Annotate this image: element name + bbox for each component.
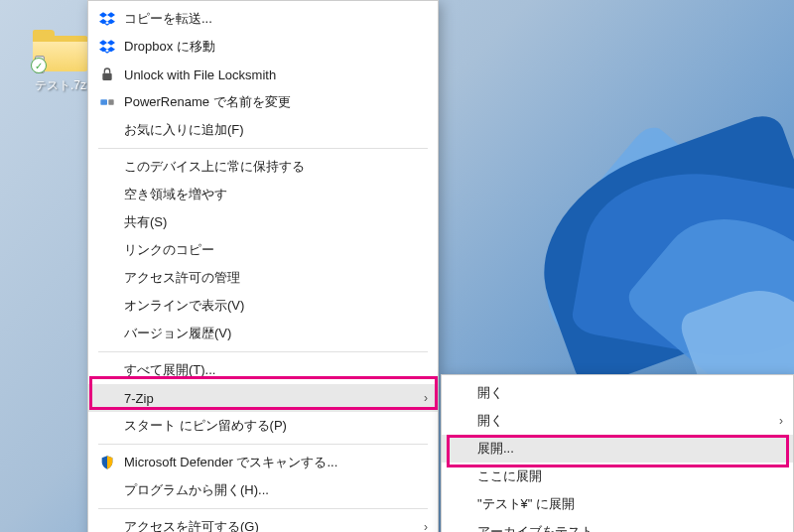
menu-icon-slot <box>96 66 118 83</box>
menu-icon-slot <box>96 361 118 379</box>
context-menu-item-[interactable]: コピーを転送... <box>88 5 438 33</box>
menu-icon-slot <box>96 158 118 176</box>
menu-separator <box>98 444 428 445</box>
context-menu-item-powerrename[interactable]: PowerRename で名前を変更 <box>88 88 438 116</box>
context-submenu: 開く開く›展開...ここに展開"テスト¥" に展開アーカイブをテスト <box>441 374 794 532</box>
menu-icon-slot <box>96 481 118 499</box>
menu-icon-slot <box>450 412 471 430</box>
shield-icon <box>99 455 115 470</box>
menu-icon-slot <box>450 467 471 485</box>
submenu-item-[interactable]: "テスト¥" に展開 <box>442 490 793 518</box>
submenu-arrow-icon: › <box>771 414 783 428</box>
menu-item-label: アーカイブをテスト <box>471 523 771 532</box>
lock-icon <box>99 66 115 82</box>
context-menu-item-s[interactable]: 共有(S) <box>88 208 438 236</box>
menu-icon-slot <box>96 297 118 315</box>
menu-icon-slot <box>96 389 118 407</box>
context-menu-item-f[interactable]: お気に入りに追加(F) <box>88 116 438 144</box>
menu-separator <box>98 508 428 509</box>
menu-icon-slot <box>96 417 118 435</box>
menu-item-label: お気に入りに追加(F) <box>118 121 416 139</box>
menu-item-label: アクセスを許可する(G) <box>118 518 416 532</box>
submenu-item-[interactable]: 開く <box>442 379 793 407</box>
menu-item-label: "テスト¥" に展開 <box>471 495 771 513</box>
menu-icon-slot <box>96 269 118 287</box>
menu-item-label: オンラインで表示(V) <box>118 297 416 315</box>
submenu-item-[interactable]: ここに展開 <box>442 463 793 490</box>
menu-icon-slot <box>96 241 118 259</box>
menu-item-label: PowerRename で名前を変更 <box>118 93 416 111</box>
context-menu-item-p[interactable]: スタート にピン留めする(P) <box>88 412 438 440</box>
menu-item-label: 空き領域を増やす <box>118 186 416 203</box>
sync-ok-badge: ✓ <box>31 58 47 73</box>
context-menu-item-7-zip[interactable]: 7-Zip› <box>88 384 438 412</box>
menu-item-label: 開く <box>471 384 771 402</box>
context-menu-item-v[interactable]: オンラインで表示(V) <box>88 292 438 320</box>
menu-item-label: リンクのコピー <box>118 241 416 259</box>
menu-item-label: バージョン履歴(V) <box>118 325 416 342</box>
archive-icon: ✓ <box>33 30 88 71</box>
menu-icon-slot <box>96 186 118 203</box>
context-menu-item-dropbox[interactable]: Dropbox に移動 <box>88 33 438 61</box>
menu-item-label: アクセス許可の管理 <box>118 269 416 287</box>
menu-separator <box>98 148 428 149</box>
context-menu-item-t[interactable]: すべて展開(T)... <box>88 356 438 384</box>
menu-item-label: スタート にピン留めする(P) <box>118 417 416 435</box>
submenu-item-[interactable]: 開く› <box>442 407 793 435</box>
menu-item-label: このデバイス上に常に保持する <box>118 158 416 176</box>
context-menu-item-microsoft-defender[interactable]: Microsoft Defender でスキャンする... <box>88 449 438 476</box>
context-menu-item-g[interactable]: アクセスを許可する(G)› <box>88 513 438 532</box>
context-menu: コピーを転送...Dropbox に移動Unlock with File Loc… <box>87 0 439 532</box>
submenu-arrow-icon: › <box>416 520 428 532</box>
context-menu-item-[interactable]: 空き領域を増やす <box>88 181 438 208</box>
dropbox-icon <box>99 39 115 55</box>
menu-icon-slot <box>96 454 118 471</box>
desktop-file-label: テスト.7z <box>26 77 95 94</box>
menu-icon-slot <box>450 523 471 532</box>
context-menu-item-h[interactable]: プログラムから開く(H)... <box>88 476 438 504</box>
menu-item-label: ここに展開 <box>471 467 771 485</box>
menu-icon-slot <box>96 10 118 28</box>
context-menu-item-v[interactable]: バージョン履歴(V) <box>88 320 438 347</box>
menu-item-label: 展開... <box>471 440 771 458</box>
dropbox-icon <box>99 11 115 27</box>
menu-item-label: すべて展開(T)... <box>118 361 416 379</box>
menu-icon-slot <box>96 518 118 532</box>
menu-icon-slot <box>96 93 118 111</box>
menu-item-label: Unlock with File Locksmith <box>118 67 416 82</box>
menu-icon-slot <box>96 213 118 231</box>
menu-item-label: 7-Zip <box>118 391 416 406</box>
context-menu-item-[interactable]: このデバイス上に常に保持する <box>88 153 438 181</box>
menu-item-label: Dropbox に移動 <box>118 38 416 56</box>
menu-icon-slot <box>450 495 471 513</box>
menu-item-label: 開く <box>471 412 771 430</box>
submenu-arrow-icon: › <box>416 391 428 405</box>
context-menu-item-[interactable]: アクセス許可の管理 <box>88 264 438 292</box>
menu-icon-slot <box>450 440 471 458</box>
submenu-item-[interactable]: 展開... <box>442 435 793 463</box>
context-menu-item-[interactable]: リンクのコピー <box>88 236 438 264</box>
menu-icon-slot <box>96 38 118 56</box>
submenu-item-[interactable]: アーカイブをテスト <box>442 518 793 532</box>
desktop-file-icon[interactable]: ✓ テスト.7z <box>26 30 95 94</box>
menu-item-label: コピーを転送... <box>118 10 416 28</box>
context-menu-item-unlock-with-file-locksmith[interactable]: Unlock with File Locksmith <box>88 61 438 88</box>
svg-rect-2 <box>108 99 113 104</box>
menu-icon-slot <box>450 384 471 402</box>
svg-rect-1 <box>100 99 107 104</box>
menu-icon-slot <box>96 121 118 139</box>
rename-icon <box>99 94 115 110</box>
menu-item-label: プログラムから開く(H)... <box>118 481 416 499</box>
svg-rect-0 <box>102 73 111 80</box>
menu-item-label: 共有(S) <box>118 213 416 231</box>
menu-item-label: Microsoft Defender でスキャンする... <box>118 454 416 471</box>
menu-separator <box>98 351 428 352</box>
menu-icon-slot <box>96 325 118 342</box>
